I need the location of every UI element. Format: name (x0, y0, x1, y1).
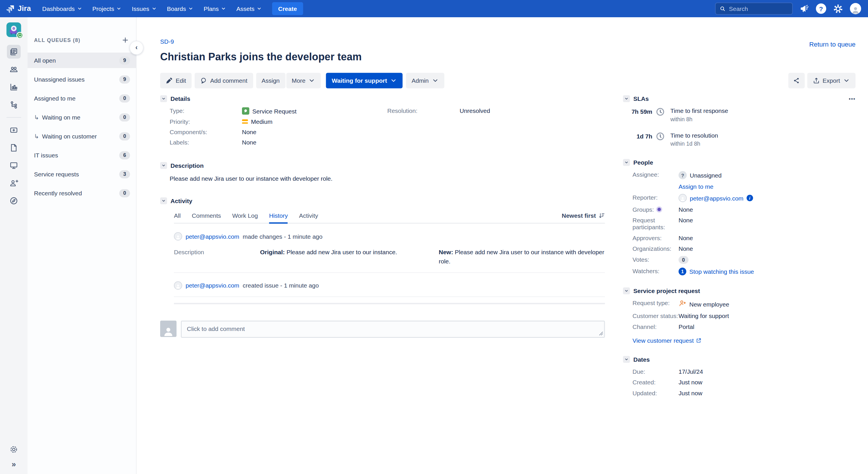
chevron-down-icon (162, 96, 166, 101)
jira-logo[interactable]: Jira (6, 4, 31, 13)
queue-item-waiting-on-customer[interactable]: ↳Waiting on customer 0 (28, 128, 136, 144)
collapse-service-request-button[interactable] (623, 288, 630, 294)
service-request-type-icon (242, 108, 249, 115)
collapse-activity-button[interactable] (160, 197, 167, 204)
export-button[interactable]: Export (807, 73, 856, 88)
tab-history[interactable]: History (269, 212, 288, 223)
assignee-value: ? Unassigned Assign to me (679, 171, 856, 190)
queue-item-it-issues[interactable]: IT issues 6 (28, 147, 136, 163)
collapse-details-button[interactable] (160, 95, 167, 102)
admin-button[interactable]: Admin (406, 73, 444, 88)
search-input[interactable] (729, 5, 788, 12)
slas-more-menu-icon[interactable]: ••• (849, 96, 856, 102)
rail-views-icon[interactable] (7, 98, 21, 112)
user-avatar (174, 232, 182, 241)
queue-item-all-open[interactable]: All open 9 (28, 53, 136, 68)
search-box[interactable] (715, 3, 793, 14)
rail-channels-icon[interactable] (7, 158, 21, 172)
project-settings-gear-icon[interactable] (7, 443, 21, 456)
clock-icon (656, 108, 665, 117)
labels-label: Labels: (169, 139, 242, 146)
assign-to-me-link[interactable]: Assign to me (679, 183, 713, 190)
rail-invite-team-icon[interactable] (7, 176, 21, 190)
collapse-description-button[interactable] (160, 162, 167, 169)
history-user-link[interactable]: peter@appsvio.com (186, 282, 239, 289)
rail-customers-icon[interactable] (7, 63, 21, 77)
tab-all[interactable]: All (174, 212, 181, 223)
nav-dashboards[interactable]: Dashboards (42, 5, 82, 12)
tab-work-log[interactable]: Work Log (232, 212, 258, 223)
reporter-link[interactable]: peter@appsvio.com (690, 195, 743, 201)
queue-count-badge: 3 (119, 170, 130, 178)
status-button[interactable]: Waiting for support (326, 73, 402, 88)
issue-key-link[interactable]: SD-9 (160, 38, 174, 45)
sort-order-button[interactable]: Newest first (562, 212, 605, 223)
stop-watching-link[interactable]: Stop watching this issue (689, 268, 754, 275)
rail-reports-icon[interactable] (7, 80, 21, 94)
return-to-queue-link[interactable]: Return to queue (809, 40, 856, 48)
queues-header: ALL QUEUES (8) (34, 37, 81, 43)
collapse-people-button[interactable] (623, 159, 630, 166)
collapse-slas-button[interactable] (623, 95, 630, 102)
description-text: Please add new Jira user to our instance… (160, 174, 605, 183)
collapse-chevron-icon: ‹ (135, 44, 137, 52)
collapse-dates-button[interactable] (623, 356, 630, 363)
add-comment-button[interactable]: Add comment (195, 73, 253, 88)
indent-arrow-icon: ↳ (34, 133, 39, 140)
divider (174, 296, 605, 297)
edit-button[interactable]: Edit (160, 73, 192, 88)
comment-input[interactable] (181, 321, 605, 338)
groups-app-icon[interactable] (656, 207, 662, 213)
project-avatar[interactable] (7, 22, 21, 37)
user-avatar (850, 3, 861, 14)
user-avatar-button[interactable] (850, 3, 861, 14)
queue-item-assigned-to-me[interactable]: Assigned to me 0 (28, 90, 136, 106)
sort-descending-icon (598, 212, 605, 219)
unassigned-avatar-icon: ? (679, 171, 687, 180)
expand-sidebar-icon[interactable]: » (11, 460, 16, 468)
nav-plans[interactable]: Plans (204, 5, 226, 12)
queue-item-unassigned-issues[interactable]: Unassigned issues 9 (28, 71, 136, 87)
tab-comments[interactable]: Comments (192, 212, 221, 223)
request-type-label: Request type: (632, 300, 679, 306)
megaphone-icon (800, 4, 809, 13)
share-button[interactable] (788, 73, 805, 88)
updated-value: Just now (679, 389, 856, 396)
assign-button[interactable]: Assign (256, 73, 285, 88)
queue-item-service-requests[interactable]: Service requests 3 (28, 166, 136, 182)
chevron-down-icon (162, 199, 166, 203)
tab-activity[interactable]: Activity (299, 212, 318, 223)
nav-boards[interactable]: Boards (167, 5, 193, 12)
votes-badge[interactable]: 0 (679, 256, 688, 264)
resize-grip-icon[interactable] (599, 331, 603, 335)
issue-main-column: Details Type: Servic (160, 95, 605, 409)
add-queue-button[interactable] (121, 36, 129, 44)
queue-count-badge: 9 (119, 56, 130, 65)
sla-goal: within 1d 8h (671, 141, 718, 147)
nav-issues[interactable]: Issues (132, 5, 156, 12)
nav-projects[interactable]: Projects (92, 5, 121, 12)
view-customer-request-link[interactable]: View customer request (623, 337, 856, 344)
rail-pages-icon[interactable] (7, 141, 21, 155)
more-button[interactable]: More (286, 73, 321, 88)
channel-label: Channel: (632, 323, 679, 330)
rail-discover-icon[interactable] (7, 194, 21, 208)
announcements-button[interactable] (800, 4, 809, 13)
collapse-sidebar-button[interactable]: ‹ (130, 41, 144, 55)
history-user-link[interactable]: peter@appsvio.com (186, 233, 239, 240)
changed-field-name: Description (174, 248, 260, 265)
settings-button[interactable] (833, 4, 843, 14)
help-button[interactable]: ? (816, 3, 826, 14)
rail-queues-icon[interactable] (7, 45, 21, 59)
info-icon[interactable]: i (747, 195, 753, 201)
queue-item-waiting-on-me[interactable]: ↳Waiting on me 0 (28, 110, 136, 125)
type-label: Type: (169, 108, 242, 115)
create-button[interactable]: Create (272, 2, 303, 15)
external-link-icon (696, 337, 702, 343)
queue-item-recently-resolved[interactable]: Recently resolved 0 (28, 185, 136, 201)
rail-shortcut-add-icon[interactable] (7, 123, 21, 137)
clock-icon (656, 132, 665, 141)
reporter-value: peter@appsvio.com i (679, 194, 856, 202)
watchers-count-badge[interactable]: 1 (679, 268, 686, 275)
nav-assets[interactable]: Assets (237, 5, 262, 12)
